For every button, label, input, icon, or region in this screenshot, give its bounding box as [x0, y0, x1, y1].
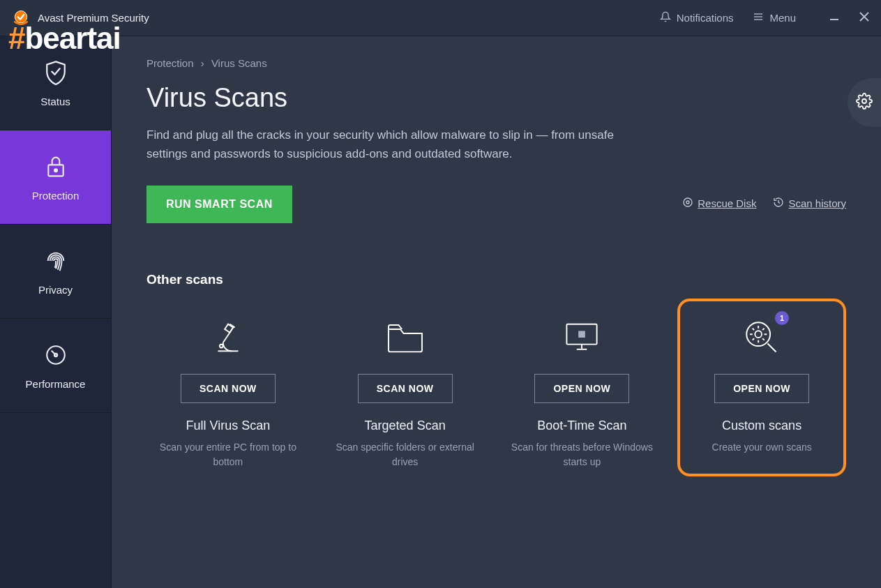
- page-title: Virus Scans: [146, 83, 846, 113]
- other-scans-title: Other scans: [146, 272, 846, 287]
- folder-icon: [385, 315, 426, 360]
- rescue-disk-link[interactable]: Rescue Disk: [682, 197, 756, 210]
- shield-check-icon: [43, 59, 69, 86]
- gear-magnifier-icon: 1: [741, 315, 782, 360]
- custom-scan-badge: 1: [775, 311, 789, 325]
- secondary-links: Rescue Disk Scan history: [682, 197, 846, 210]
- sidebar-label: Privacy: [38, 284, 73, 296]
- card-desc: Scan specific folders or external drives: [332, 440, 479, 469]
- page-description: Find and plug all the cracks in your sec…: [146, 126, 649, 163]
- scan-card-full: SCAN NOW Full Virus Scan Scan your entir…: [146, 308, 310, 476]
- card-desc: Scan your entire PC from top to bottom: [155, 440, 301, 469]
- scan-history-link[interactable]: Scan history: [773, 197, 846, 210]
- notifications-label: Notifications: [677, 12, 734, 24]
- titlebar-left: Avast Premium Security: [11, 8, 149, 28]
- scan-card-boot: OPEN NOW Boot-Time Scan Scan for threats…: [501, 308, 664, 476]
- svg-point-14: [220, 345, 223, 348]
- card-title: Full Virus Scan: [186, 419, 271, 433]
- full-scan-button[interactable]: SCAN NOW: [181, 374, 276, 403]
- scan-card-targeted: SCAN NOW Targeted Scan Scan specific fol…: [324, 308, 487, 476]
- card-desc: Create your own scans: [712, 440, 812, 455]
- hamburger-icon: [753, 11, 764, 24]
- breadcrumb-current: Virus Scans: [211, 57, 267, 69]
- sidebar-item-privacy[interactable]: Privacy: [0, 225, 111, 319]
- window-controls: [829, 11, 870, 24]
- menu-button[interactable]: Menu: [753, 11, 796, 24]
- gear-icon: [856, 93, 873, 112]
- card-title: Targeted Scan: [365, 419, 446, 433]
- main-content: Protection › Virus Scans Virus Scans Fin…: [112, 36, 881, 588]
- sidebar-item-protection[interactable]: Protection: [0, 130, 111, 225]
- scan-cards: SCAN NOW Full Virus Scan Scan your entir…: [146, 308, 846, 476]
- menu-label: Menu: [769, 12, 796, 24]
- history-icon: [773, 197, 784, 210]
- app-title: Avast Premium Security: [38, 12, 149, 24]
- scan-card-custom: 1 OPEN NOW Custom scans Create your own …: [677, 299, 846, 476]
- svg-point-18: [755, 331, 762, 338]
- svg-point-12: [686, 201, 689, 204]
- app-logo: [11, 8, 31, 28]
- settings-button[interactable]: [848, 78, 881, 127]
- breadcrumb: Protection › Virus Scans: [146, 57, 846, 69]
- sidebar: Status Protection Privacy Performance: [0, 36, 112, 588]
- notifications-button[interactable]: Notifications: [660, 11, 734, 24]
- sidebar-item-status[interactable]: Status: [0, 36, 111, 130]
- bell-icon: [660, 11, 671, 24]
- fingerprint-icon: [43, 248, 69, 274]
- sidebar-label: Performance: [26, 378, 86, 390]
- gauge-icon: [43, 342, 69, 368]
- card-title: Custom scans: [722, 419, 801, 433]
- sidebar-label: Protection: [32, 190, 80, 202]
- microscope-icon: [208, 315, 248, 360]
- boot-scan-button[interactable]: OPEN NOW: [534, 374, 629, 403]
- card-desc: Scan for threats before Windows starts u…: [509, 440, 655, 469]
- svg-point-10: [54, 353, 57, 356]
- minimize-button[interactable]: [829, 12, 839, 24]
- svg-point-8: [54, 169, 57, 172]
- close-button[interactable]: [859, 11, 870, 24]
- svg-rect-16: [579, 331, 586, 338]
- breadcrumb-parent[interactable]: Protection: [146, 57, 194, 69]
- sidebar-label: Status: [40, 96, 70, 107]
- svg-point-11: [684, 198, 692, 206]
- sidebar-item-performance[interactable]: Performance: [0, 319, 111, 413]
- targeted-scan-button[interactable]: SCAN NOW: [358, 374, 453, 403]
- run-smart-scan-button[interactable]: RUN SMART SCAN: [146, 186, 292, 223]
- titlebar: Avast Premium Security Notifications Men…: [0, 0, 881, 36]
- card-title: Boot-Time Scan: [537, 419, 626, 433]
- svg-point-0: [15, 10, 27, 23]
- breadcrumb-separator: ›: [201, 57, 204, 69]
- svg-point-13: [862, 99, 866, 103]
- disc-icon: [682, 197, 693, 210]
- lock-icon: [43, 153, 69, 180]
- custom-scan-button[interactable]: OPEN NOW: [714, 374, 809, 403]
- monitor-icon: [562, 315, 602, 360]
- titlebar-right: Notifications Menu: [660, 11, 870, 24]
